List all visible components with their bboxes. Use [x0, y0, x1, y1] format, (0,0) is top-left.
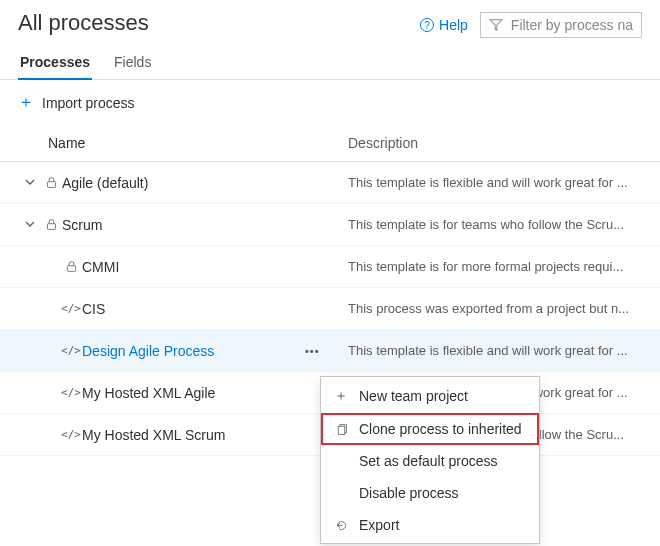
- process-description: This template is for more formal project…: [348, 259, 660, 274]
- process-name[interactable]: Design Agile Process: [82, 343, 214, 359]
- code-icon: </>: [60, 344, 82, 357]
- code-icon: </>: [60, 302, 82, 315]
- process-name: Agile (default): [62, 175, 148, 191]
- help-label: Help: [439, 17, 468, 33]
- table-row[interactable]: CMMIThis template is for more formal pro…: [0, 246, 660, 288]
- table-row[interactable]: ScrumThis template is for teams who foll…: [0, 204, 660, 246]
- import-process-button[interactable]: ＋ Import process: [18, 92, 135, 113]
- page-title: All processes: [18, 10, 149, 42]
- menu-item-clone-process-to-inherited[interactable]: Clone process to inherited: [321, 413, 539, 445]
- code-icon: </>: [60, 386, 82, 399]
- table-row[interactable]: </>Design Agile Process•••This template …: [0, 330, 660, 372]
- column-header-name[interactable]: Name: [48, 135, 348, 151]
- process-description: This template is flexible and will work …: [348, 343, 660, 358]
- svg-rect-0: [47, 182, 55, 188]
- process-name: CIS: [82, 301, 105, 317]
- chevron-down-icon[interactable]: [20, 219, 40, 231]
- menu-item-label: Clone process to inherited: [359, 421, 522, 437]
- plus-icon: ＋: [18, 92, 34, 113]
- lock-icon: [40, 176, 62, 189]
- chevron-down-icon[interactable]: [20, 177, 40, 189]
- menu-item-set-as-default-process[interactable]: Set as default process: [321, 445, 539, 477]
- process-description: This template is flexible and will work …: [348, 175, 660, 190]
- filter-placeholder: Filter by process na: [511, 17, 633, 33]
- help-link[interactable]: ? Help: [420, 17, 468, 33]
- lock-icon: [60, 260, 82, 273]
- menu-item-label: New team project: [359, 388, 468, 404]
- tabs: Processes Fields: [0, 46, 660, 80]
- context-menu: ＋New team projectClone process to inheri…: [320, 376, 540, 544]
- export-icon: [333, 519, 349, 532]
- filter-input[interactable]: Filter by process na: [480, 12, 642, 38]
- help-icon: ?: [420, 18, 434, 32]
- column-header-description[interactable]: Description: [348, 135, 660, 151]
- process-name: My Hosted XML Scrum: [82, 427, 225, 443]
- table-row[interactable]: Agile (default)This template is flexible…: [0, 162, 660, 204]
- menu-item-disable-process[interactable]: Disable process: [321, 477, 539, 509]
- plus-icon: ＋: [333, 387, 349, 405]
- svg-rect-1: [47, 224, 55, 230]
- tab-processes[interactable]: Processes: [18, 46, 92, 80]
- filter-icon: [489, 18, 503, 32]
- more-actions-button[interactable]: •••: [305, 345, 320, 357]
- menu-item-label: Disable process: [359, 485, 459, 501]
- menu-item-label: Set as default process: [359, 453, 498, 469]
- process-name: CMMI: [82, 259, 119, 275]
- import-label: Import process: [42, 95, 135, 111]
- process-description: This process was exported from a project…: [348, 301, 660, 316]
- svg-rect-2: [67, 266, 75, 272]
- process-name: My Hosted XML Agile: [82, 385, 215, 401]
- menu-item-new-team-project[interactable]: ＋New team project: [321, 379, 539, 413]
- process-description: This template is for teams who follow th…: [348, 217, 660, 232]
- table-row[interactable]: </>CISThis process was exported from a p…: [0, 288, 660, 330]
- copy-icon: [333, 423, 349, 436]
- menu-item-label: Export: [359, 517, 399, 533]
- tab-fields[interactable]: Fields: [112, 46, 153, 79]
- process-name: Scrum: [62, 217, 102, 233]
- lock-icon: [40, 218, 62, 231]
- svg-rect-3: [338, 426, 345, 434]
- code-icon: </>: [60, 428, 82, 441]
- menu-item-export[interactable]: Export: [321, 509, 539, 541]
